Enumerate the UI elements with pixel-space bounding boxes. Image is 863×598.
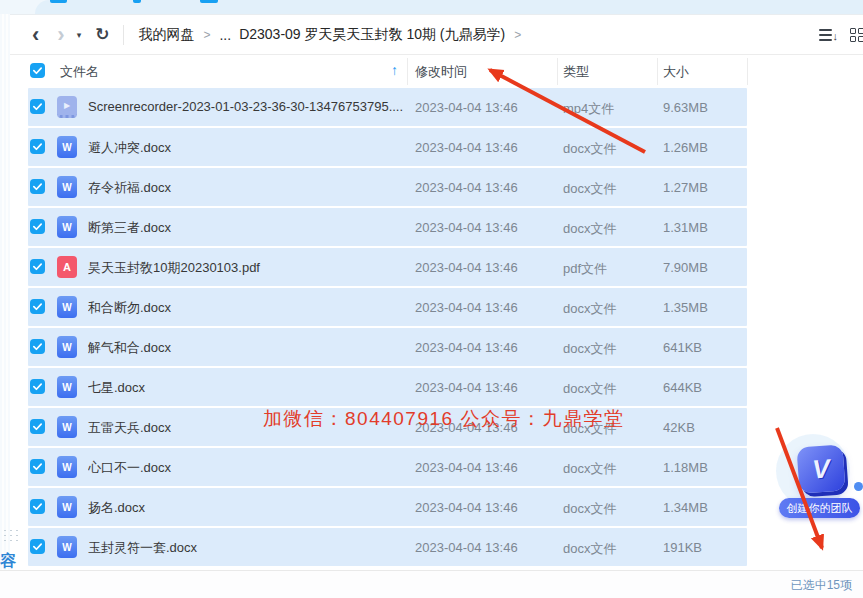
file-size: 42KB xyxy=(663,420,695,435)
create-team-button[interactable]: 创建你的团队 xyxy=(779,498,860,518)
selection-count-label: 已选中15项 xyxy=(791,577,852,594)
app-window: 容 ‹ › ▾ ↻ 我的网盘 > ... D2303-09 罗天昊天玉封敎 10… xyxy=(0,0,863,598)
column-divider xyxy=(557,58,558,85)
file-type: docx文件 xyxy=(563,300,616,318)
table-row[interactable]: 避人冲突.docx 2023-04-04 13:46 docx文件 1.26MB xyxy=(28,128,747,166)
top-strip-accent xyxy=(200,0,218,3)
table-header: 文件名 ↑ 修改时间 类型 大小 xyxy=(10,56,863,87)
row-checkbox[interactable] xyxy=(30,459,45,474)
table-row[interactable]: 心口不一.docx 2023-04-04 13:46 docx文件 1.18MB xyxy=(28,448,747,486)
status-bar: 已选中15项 xyxy=(0,570,863,598)
back-icon[interactable]: ‹ xyxy=(32,24,39,46)
file-modified-date: 2023-04-04 13:46 xyxy=(415,100,518,115)
row-checkbox[interactable] xyxy=(30,219,45,234)
file-name[interactable]: 五雷天兵.docx xyxy=(88,419,413,437)
row-checkbox[interactable] xyxy=(30,419,45,434)
column-header-modified[interactable]: 修改时间 xyxy=(415,63,467,81)
file-name[interactable]: 存令祈福.docx xyxy=(88,179,413,197)
check-icon xyxy=(32,421,43,432)
file-modified-date: 2023-04-04 13:46 xyxy=(415,420,518,435)
top-panel-edge xyxy=(35,0,863,14)
team-v-logo-icon[interactable]: V xyxy=(796,444,845,493)
row-checkbox[interactable] xyxy=(30,379,45,394)
table-row[interactable]: 存令祈福.docx 2023-04-04 13:46 docx文件 1.27MB xyxy=(28,168,747,206)
table-row[interactable]: 扬名.docx 2023-04-04 13:46 docx文件 1.34MB xyxy=(28,488,747,526)
column-divider xyxy=(407,58,408,85)
check-icon xyxy=(32,301,43,312)
file-modified-date: 2023-04-04 13:46 xyxy=(415,380,518,395)
breadcrumb: 我的网盘 > ... D2303-09 罗天昊天玉封敎 10期 (九鼎易学) > xyxy=(138,26,530,44)
file-size: 644KB xyxy=(663,380,702,395)
column-header-type[interactable]: 类型 xyxy=(563,63,589,81)
table-row[interactable]: 七星.docx 2023-04-04 13:46 docx文件 644KB xyxy=(28,368,747,406)
sort-down-arrow-glyph: ↓ xyxy=(833,31,839,41)
file-name[interactable]: 扬名.docx xyxy=(88,499,413,517)
column-header-size[interactable]: 大小 xyxy=(663,63,689,81)
check-icon xyxy=(32,381,43,392)
file-name[interactable]: 断第三者.docx xyxy=(88,219,413,237)
check-icon xyxy=(32,65,43,76)
row-checkbox[interactable] xyxy=(30,499,45,514)
column-header-name[interactable]: 文件名 xyxy=(60,63,99,81)
table-row[interactable]: 五雷天兵.docx 2023-04-04 13:46 docx文件 42KB xyxy=(28,408,747,446)
breadcrumb-root[interactable]: 我的网盘 xyxy=(138,26,194,44)
file-type: docx文件 xyxy=(563,380,616,398)
breadcrumb-separator: > xyxy=(203,28,210,42)
file-type: docx文件 xyxy=(563,220,616,238)
check-icon xyxy=(32,341,43,352)
file-type-icon xyxy=(57,536,77,558)
file-type-icon xyxy=(57,336,77,358)
file-type-icon xyxy=(57,496,77,518)
file-name[interactable]: 玉封灵符一套.docx xyxy=(88,539,413,557)
file-name[interactable]: 解气和合.docx xyxy=(88,339,413,357)
sort-ascending-icon[interactable]: ↑ xyxy=(391,62,398,78)
sidebar-partial-label[interactable]: 容 xyxy=(0,551,16,572)
file-name[interactable]: 避人冲突.docx xyxy=(88,139,413,157)
file-modified-date: 2023-04-04 13:46 xyxy=(415,460,518,475)
file-name[interactable]: 和合断勿.docx xyxy=(88,299,413,317)
file-type: mp4文件 xyxy=(563,100,614,118)
refresh-icon[interactable]: ↻ xyxy=(95,24,109,45)
row-checkbox[interactable] xyxy=(30,179,45,194)
sort-bars-glyph xyxy=(819,29,832,41)
file-type: docx文件 xyxy=(563,180,616,198)
file-type: docx文件 xyxy=(563,420,616,438)
history-dropdown-icon[interactable]: ▾ xyxy=(77,30,82,40)
file-name[interactable]: 昊天玉封敎10期20230103.pdf xyxy=(88,259,413,277)
select-all-checkbox[interactable] xyxy=(30,63,45,78)
file-type-icon xyxy=(57,216,77,238)
file-name[interactable]: 心口不一.docx xyxy=(88,459,413,477)
file-size: 1.34MB xyxy=(663,500,708,515)
row-checkbox[interactable] xyxy=(30,139,45,154)
file-size: 9.63MB xyxy=(663,100,708,115)
table-row[interactable]: 和合断勿.docx 2023-04-04 13:46 docx文件 1.35MB xyxy=(28,288,747,326)
top-strip-accent xyxy=(50,0,67,3)
file-modified-date: 2023-04-04 13:46 xyxy=(415,220,518,235)
file-type: docx文件 xyxy=(563,460,616,478)
sort-order-icon[interactable]: ↓ xyxy=(819,29,839,41)
table-row[interactable]: Screenrecorder-2023-01-03-23-36-30-13476… xyxy=(28,88,747,126)
file-type-icon xyxy=(57,136,77,158)
file-modified-date: 2023-04-04 13:46 xyxy=(415,540,518,555)
check-icon xyxy=(32,181,43,192)
table-row[interactable]: 解气和合.docx 2023-04-04 13:46 docx文件 641KB xyxy=(28,328,747,366)
grid-view-icon[interactable] xyxy=(850,28,863,42)
row-checkbox[interactable] xyxy=(30,99,45,114)
table-row[interactable]: 昊天玉封敎10期20230103.pdf 2023-04-04 13:46 pd… xyxy=(28,248,747,286)
row-checkbox[interactable] xyxy=(30,299,45,314)
file-name[interactable]: Screenrecorder-2023-01-03-23-36-30-13476… xyxy=(88,99,413,114)
forward-icon[interactable]: › xyxy=(57,24,64,46)
row-checkbox[interactable] xyxy=(30,339,45,354)
row-checkbox[interactable] xyxy=(30,539,45,554)
row-checkbox[interactable] xyxy=(30,259,45,274)
file-name[interactable]: 七星.docx xyxy=(88,379,413,397)
table-row[interactable]: 玉封灵符一套.docx 2023-04-04 13:46 docx文件 191K… xyxy=(28,528,747,566)
breadcrumb-current-folder[interactable]: D2303-09 罗天昊天玉封敎 10期 (九鼎易学) xyxy=(239,26,505,44)
file-modified-date: 2023-04-04 13:46 xyxy=(415,300,518,315)
top-strip-accent xyxy=(133,0,141,3)
file-size: 1.31MB xyxy=(663,220,708,235)
file-size: 191KB xyxy=(663,540,702,555)
table-row[interactable]: 断第三者.docx 2023-04-04 13:46 docx文件 1.31MB xyxy=(28,208,747,246)
breadcrumb-collapsed[interactable]: ... xyxy=(219,27,231,43)
file-type: docx文件 xyxy=(563,140,616,158)
